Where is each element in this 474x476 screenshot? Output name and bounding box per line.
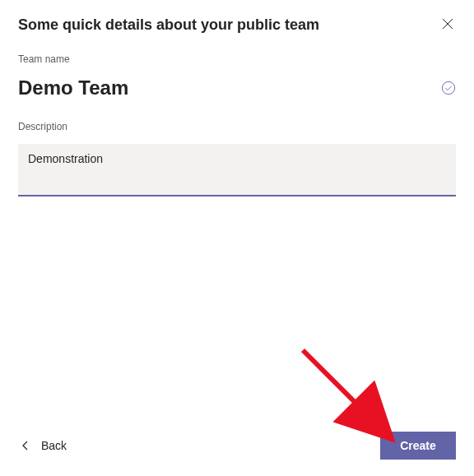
dialog-title: Some quick details about your public tea…: [18, 16, 319, 34]
create-team-dialog: Some quick details about your public tea…: [0, 0, 474, 476]
dialog-header: Some quick details about your public tea…: [18, 16, 456, 34]
description-label: Description: [18, 121, 456, 132]
back-button[interactable]: Back: [18, 434, 70, 457]
svg-point-2: [442, 81, 454, 94]
create-button[interactable]: Create: [380, 432, 456, 460]
back-button-label: Back: [41, 439, 67, 452]
close-icon: [442, 18, 453, 32]
team-name-row: Demo Team: [18, 76, 456, 99]
checkmark-circle-icon: [441, 81, 456, 95]
chevron-left-icon: [21, 441, 30, 450]
dialog-footer: Back Create: [18, 432, 456, 460]
team-name-label: Team name: [18, 53, 456, 65]
svg-line-3: [303, 350, 385, 432]
description-input[interactable]: [18, 144, 456, 196]
close-button[interactable]: [439, 16, 456, 33]
team-name-value[interactable]: Demo Team: [18, 76, 128, 99]
